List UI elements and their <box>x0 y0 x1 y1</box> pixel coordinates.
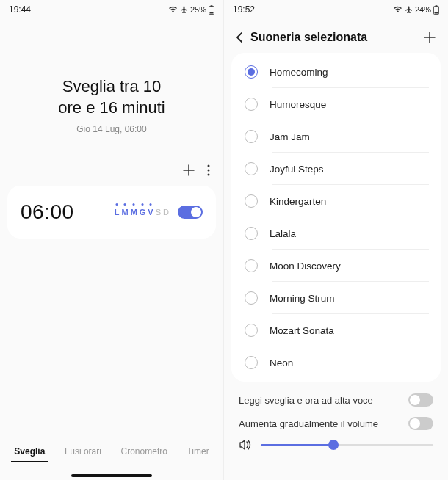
airplane-icon <box>180 6 188 14</box>
ringtone-name: Joyful Steps <box>270 164 324 175</box>
radio-button[interactable] <box>245 65 258 79</box>
ringtone-item[interactable]: Jam Jam <box>231 120 441 153</box>
radio-button[interactable] <box>245 98 258 111</box>
battery-icon <box>209 5 214 15</box>
ringtone-name: Kindergarten <box>270 196 326 207</box>
alarm-screen: 19:44 25% Sveglia tra 10 ore e 16 minuti… <box>0 0 224 480</box>
wifi-icon <box>168 6 178 13</box>
status-time: 19:44 <box>9 4 31 15</box>
wifi-icon <box>393 6 402 13</box>
ringtone-item[interactable]: Homecoming <box>231 56 441 88</box>
status-icons: 25% <box>168 5 214 15</box>
ringtone-item[interactable]: Neon <box>231 346 441 379</box>
ringtone-name: Neon <box>270 357 293 368</box>
tab-fusi-orari[interactable]: Fusi orari <box>62 442 104 462</box>
svg-rect-2 <box>210 12 214 14</box>
plus-icon <box>182 164 195 177</box>
ringtone-list: HomecomingHumoresqueJam JamJoyful StepsK… <box>231 53 441 382</box>
ringtone-item[interactable]: Morning Strum <box>231 282 441 314</box>
home-indicator[interactable] <box>71 474 152 477</box>
back-button[interactable] <box>236 32 243 43</box>
ringtone-name: Moon Discovery <box>270 261 341 272</box>
page-title: Suoneria selezionata <box>250 31 367 44</box>
ringtone-item[interactable]: Mozart Sonata <box>231 314 441 346</box>
svg-point-3 <box>208 165 210 167</box>
ringtone-item[interactable]: Joyful Steps <box>231 153 441 185</box>
setting-tts-toggle[interactable] <box>408 393 433 407</box>
tab-sveglia[interactable]: Sveglia <box>11 442 48 462</box>
day-L: L <box>115 208 120 217</box>
ringtone-header: Suoneria selezionata <box>224 18 448 53</box>
alarm-header: Sveglia tra 10 ore e 16 minuti Gio 14 Lu… <box>0 76 223 134</box>
volume-icon <box>239 439 252 451</box>
day-M: M <box>131 208 137 217</box>
day-M: M <box>121 208 128 217</box>
setting-tts-label: Leggi sveglia e ora ad alta voce <box>239 395 373 406</box>
alarm-time: 06:00 <box>21 200 74 224</box>
radio-button[interactable] <box>245 259 258 272</box>
battery-icon <box>433 5 439 15</box>
tab-timer[interactable]: Timer <box>184 442 212 462</box>
day-S: S <box>156 208 161 217</box>
ringtone-name: Morning Strum <box>270 293 335 304</box>
ringtone-name: Jam Jam <box>270 131 310 142</box>
ringtone-item[interactable]: Lalala <box>231 217 441 250</box>
alarm-subtitle: Gio 14 Lug, 06:00 <box>15 124 209 134</box>
plus-icon <box>423 31 436 44</box>
ringtone-name: Humoresque <box>270 99 326 110</box>
ringtone-name: Homecoming <box>270 67 328 78</box>
status-bar: 19:44 25% <box>0 0 223 18</box>
day-V: V <box>148 208 153 217</box>
alarm-card[interactable]: 06:00 LMMGVSD <box>7 186 216 239</box>
day-D: D <box>163 208 169 217</box>
settings-section: Leggi sveglia e ora ad alta voce Aumenta… <box>224 393 448 430</box>
setting-gradual[interactable]: Aumenta gradualmente il volume <box>239 417 433 430</box>
more-options-button[interactable] <box>207 164 210 176</box>
ringtone-screen: 19:52 24% Suoneria selezionata Homecomin… <box>224 0 448 480</box>
status-time: 19:52 <box>233 4 255 15</box>
volume-slider[interactable] <box>261 444 433 446</box>
volume-row <box>224 434 448 451</box>
add-alarm-button[interactable] <box>182 164 195 177</box>
svg-point-4 <box>208 170 210 172</box>
svg-rect-7 <box>436 5 438 7</box>
battery-text: 25% <box>190 5 206 14</box>
setting-gradual-label: Aumenta gradualmente il volume <box>239 418 378 429</box>
radio-button[interactable] <box>245 227 258 240</box>
battery-text: 24% <box>415 5 431 14</box>
setting-gradual-toggle[interactable] <box>408 417 433 430</box>
tab-cronometro[interactable]: Cronometro <box>118 442 170 462</box>
more-vertical-icon <box>207 164 210 176</box>
radio-button[interactable] <box>245 324 258 337</box>
svg-rect-1 <box>211 5 213 7</box>
day-letters: LMMGVSD <box>115 208 169 217</box>
alarm-title: Sveglia tra 10 ore e 16 minuti <box>15 76 209 118</box>
ringtone-item[interactable]: Moon Discovery <box>231 250 441 282</box>
radio-button[interactable] <box>245 291 258 305</box>
add-ringtone-button[interactable] <box>423 31 436 44</box>
radio-button[interactable] <box>245 162 258 175</box>
svg-point-5 <box>208 174 210 176</box>
radio-button[interactable] <box>245 130 258 143</box>
bottom-tabs: SvegliaFusi orariCronometroTimer <box>0 432 223 470</box>
ringtone-name: Mozart Sonata <box>270 325 334 336</box>
chevron-left-icon <box>236 32 243 43</box>
radio-button[interactable] <box>245 356 258 369</box>
ringtone-item[interactable]: Kindergarten <box>231 185 441 217</box>
airplane-icon <box>405 6 413 14</box>
status-icons: 24% <box>393 5 439 15</box>
actions-row <box>0 156 223 181</box>
status-bar: 19:52 24% <box>224 0 448 18</box>
setting-tts[interactable]: Leggi sveglia e ora ad alta voce <box>239 393 433 407</box>
ringtone-name: Lalala <box>270 228 296 239</box>
ringtone-item[interactable]: Humoresque <box>231 88 441 120</box>
radio-button[interactable] <box>245 194 258 208</box>
svg-rect-8 <box>435 12 438 14</box>
alarm-toggle[interactable] <box>178 206 203 219</box>
volume-thumb[interactable] <box>328 440 339 450</box>
day-G: G <box>140 208 146 217</box>
